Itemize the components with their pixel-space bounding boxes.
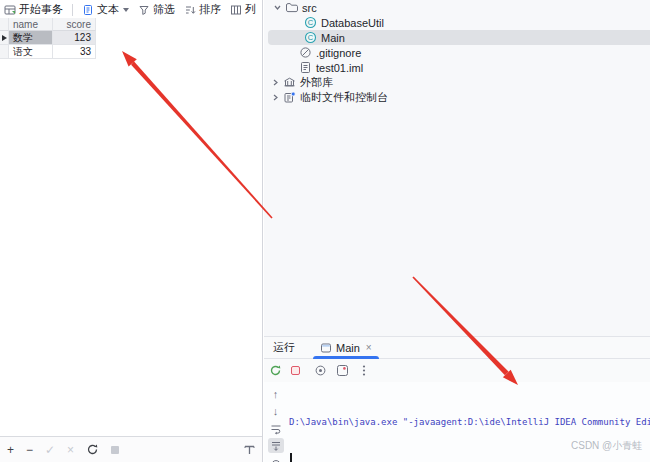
stop-button[interactable] — [291, 366, 300, 375]
frame-button[interactable] — [336, 364, 349, 377]
add-row-button[interactable]: + — [7, 444, 14, 456]
tree-item-label: DatabaseUtil — [321, 17, 384, 29]
chevron-down-icon[interactable] — [272, 2, 283, 13]
tree-item-main[interactable]: C Main — [268, 30, 650, 45]
file-icon — [299, 61, 312, 74]
rerun-button[interactable] — [269, 364, 282, 377]
tab-label: Main — [336, 342, 360, 354]
transaction-icon — [4, 4, 16, 16]
console-line: D:\Java\bin\java.exe "-javaagent:D:\ide\… — [289, 415, 650, 430]
chevron-right-icon[interactable] — [270, 77, 281, 88]
scroll-down-button[interactable]: ↓ — [268, 404, 284, 419]
stop-icon — [291, 366, 300, 375]
chevron-down-icon — [123, 8, 129, 12]
commit-button[interactable] — [111, 446, 119, 454]
tree-item-databaseutil[interactable]: C DatabaseUtil — [264, 15, 650, 30]
chevron-right-icon[interactable] — [270, 92, 281, 103]
filter-button[interactable]: 筛选 — [138, 2, 175, 17]
header-gutter-cell — [0, 18, 9, 31]
cell-score[interactable]: 33 — [53, 45, 96, 59]
soft-wrap-button[interactable] — [268, 421, 284, 436]
console-settings-button[interactable] — [268, 455, 284, 462]
sort-icon — [184, 4, 196, 16]
project-and-run-panel: src C DatabaseUtil C Main .gitignore tes… — [264, 0, 650, 462]
tree-item-scratches[interactable]: 临时文件和控制台 — [264, 90, 650, 105]
scroll-to-end-button[interactable] — [268, 438, 284, 453]
camera-button[interactable] — [314, 364, 327, 377]
cell-name[interactable]: 数学 — [9, 31, 53, 45]
tree-item-gitignore[interactable]: .gitignore — [264, 45, 650, 60]
cell-score[interactable]: 123 — [53, 31, 96, 45]
active-tab-indicator — [313, 356, 379, 359]
column-header-score[interactable]: score — [53, 18, 96, 31]
columns-icon — [230, 4, 242, 16]
ignored-file-icon — [299, 46, 312, 59]
tree-item-label: 临时文件和控制台 — [300, 90, 388, 105]
class-icon: C — [304, 31, 317, 44]
tree-item-test01-iml[interactable]: test01.iml — [264, 60, 650, 75]
toolbar-separator — [72, 4, 73, 16]
ide-window: 开始事务 文本 筛选 排序 — [0, 0, 650, 462]
revert-button[interactable]: × — [67, 444, 74, 456]
tree-item-label: 外部库 — [300, 75, 333, 90]
current-row-marker-icon — [2, 35, 7, 41]
column-header-name[interactable]: name — [9, 18, 53, 31]
more-options-button[interactable] — [362, 364, 366, 377]
table-header-row: name score — [0, 18, 96, 31]
tree-item-src[interactable]: src — [264, 0, 650, 15]
tree-item-external-libraries[interactable]: 外部库 — [264, 75, 650, 90]
console-gutter: ↑ ↓ — [264, 387, 287, 462]
tab-main[interactable]: Main × — [313, 337, 379, 358]
class-icon: C — [304, 16, 317, 29]
data-editor-toolbar: 开始事务 文本 筛选 排序 — [0, 0, 262, 19]
transpose-icon[interactable] — [243, 443, 256, 456]
row-gutter-cell — [0, 31, 9, 45]
table-row[interactable]: 数学 123 — [0, 31, 96, 45]
text-document-icon — [82, 4, 94, 16]
result-table: name score 数学 123 语文 33 — [0, 18, 96, 59]
table-row[interactable]: 语文 33 — [0, 45, 96, 59]
tree-item-label: src — [302, 2, 317, 14]
svg-text:C: C — [308, 33, 314, 42]
filter-label: 筛选 — [153, 2, 175, 17]
run-tab-icon — [320, 342, 332, 354]
scroll-up-button[interactable]: ↑ — [268, 387, 284, 402]
begin-transaction-label: 开始事务 — [19, 2, 63, 17]
text-cursor — [290, 453, 292, 462]
project-tree: src C DatabaseUtil C Main .gitignore tes… — [264, 0, 650, 105]
filter-icon — [138, 4, 150, 16]
scratch-file-icon — [283, 91, 296, 104]
columns-label: 列 — [245, 2, 256, 17]
sort-label: 排序 — [199, 2, 221, 17]
run-tab-bar: 运行 Main × — [264, 337, 650, 359]
folder-icon — [285, 1, 298, 14]
run-window-title: 运行 — [273, 340, 295, 355]
svg-text:C: C — [308, 18, 314, 27]
watermark: CSDN @小青蛙 — [571, 439, 642, 453]
submit-button[interactable]: ✓ — [45, 444, 55, 456]
reload-button[interactable] — [86, 443, 99, 456]
library-icon — [283, 76, 296, 89]
begin-transaction-button[interactable]: 开始事务 — [4, 2, 63, 17]
text-mode-label: 文本 — [97, 2, 119, 17]
data-editor-panel: 开始事务 文本 筛选 排序 — [0, 0, 263, 462]
cell-name[interactable]: 语文 — [9, 45, 53, 59]
data-editor-bottom-toolbar: + − ✓ × — [0, 436, 262, 462]
tree-item-label: .gitignore — [316, 47, 361, 59]
console-toolbar — [264, 359, 650, 381]
sort-button[interactable]: 排序 — [184, 2, 221, 17]
row-gutter-cell — [0, 45, 9, 59]
text-mode-button[interactable]: 文本 — [82, 2, 129, 17]
tree-item-label: test01.iml — [316, 62, 363, 74]
columns-button[interactable]: 列 — [230, 2, 256, 17]
tree-item-label: Main — [321, 32, 345, 44]
close-icon[interactable]: × — [366, 343, 372, 353]
delete-row-button[interactable]: − — [26, 444, 33, 456]
